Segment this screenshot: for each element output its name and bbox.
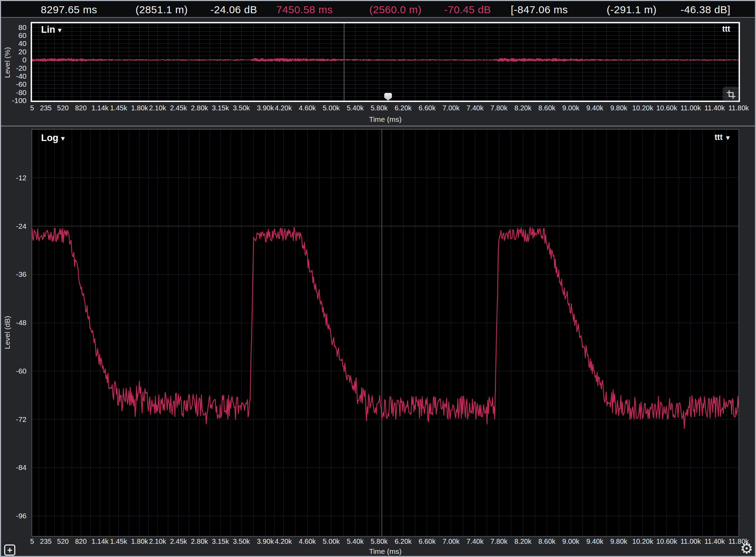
main-waveform-chart [32,130,739,536]
settings-button[interactable]: ⚙ [739,540,755,556]
main-x-tick-label: 11.40k [704,538,725,546]
overview-trace-legend[interactable]: ttt [722,24,730,34]
overview-x-tick-label: 10.20k [632,104,653,112]
overview-x-tick-label: 9.00k [562,104,579,112]
overview-y-tick-label: 60 [0,31,26,40]
main-y-tick-label: -72 [0,415,26,424]
overview-x-tick-label: 5.80k [371,104,388,112]
main-x-tick-label: 4.60k [299,538,316,546]
crop-icon [726,90,736,99]
main-x-tick-label: 2.45k [170,538,187,546]
overview-x-tick-label: 7.40k [466,104,484,112]
main-y-tick-label: -12 [0,174,26,182]
overview-scale-label: Lin [41,24,55,35]
overview-x-tick-label: 5.00k [323,104,340,112]
main-x-axis: 52355208201.14k1.45k1.80k2.10k2.45k2.80k… [0,538,756,547]
main-x-tick-label: 8.60k [538,538,555,546]
main-scale-dropdown[interactable]: Log ▼ [41,133,66,143]
main-x-tick-label: 5.40k [347,538,364,546]
plus-icon: + [7,546,13,554]
overview-x-tick-label: 1.80k [131,104,148,112]
main-y-axis: -12-24-36-48-60-72-84-96 [0,130,28,536]
main-x-tick-label: 3.90k [257,538,274,546]
main-x-tick-label: 820 [75,538,86,546]
crop-zoom-button[interactable] [723,87,739,102]
overview-x-tick-label: 10.60k [656,104,677,112]
overview-y-tick-label: -20 [0,64,26,72]
chevron-down-icon: ▼ [725,133,731,142]
overview-waveform-chart [32,23,739,101]
overview-y-tick-label: -100 [0,96,26,105]
main-x-tick-label: 1.45k [110,538,127,546]
overview-x-tick-label: 7.00k [442,104,460,112]
chevron-down-icon: ▼ [57,26,63,34]
overview-x-tick-label: 235 [40,104,52,112]
main-y-tick-label: -48 [0,319,26,327]
overview-y-tick-label: 0 [0,56,26,64]
overview-y-tick-label: 80 [0,23,26,32]
main-x-tick-label: 10.20k [632,538,653,546]
main-y-tick-label: -24 [0,222,26,230]
overview-y-tick-label: -80 [0,88,26,97]
main-y-tick-label: -84 [0,463,26,472]
overview-y-tick-label: -60 [0,80,26,88]
add-view-button[interactable]: + [4,544,15,556]
main-x-tick-label: 2.10k [149,538,166,546]
overview-x-tick-label: 11.00k [680,104,701,112]
main-x-tick-label: 2.80k [191,538,208,546]
main-x-tick-label: 9.00k [562,538,579,546]
main-trace-dropdown[interactable]: ttt ▼ [715,133,731,142]
cursor-distance-readout: (2851.1 m) [136,4,188,16]
main-x-tick-label: 9.40k [586,538,603,546]
main-x-tick-label: 6.60k [418,538,435,546]
overview-y-tick-label: -40 [0,72,26,80]
main-x-tick-label: 235 [40,538,52,546]
pane-divider[interactable] [1,126,755,126]
marker-level-readout: -70.45 dB [444,4,491,16]
main-time-axis-title: Time (ms) [32,547,739,556]
overview-x-tick-label: 5 [30,104,34,112]
main-x-tick-label: 5 [30,538,34,546]
overview-x-tick-label: 9.80k [610,104,627,112]
overview-x-tick-label: 1.14k [92,104,109,112]
delta-distance-readout: (-291.1 m) [607,4,656,16]
main-x-tick-label: 3.50k [233,538,250,546]
main-x-tick-label: 9.80k [610,538,627,546]
chevron-down-icon: ▼ [60,134,66,142]
delta-level-readout: -46.38 dB] [680,4,730,16]
gear-icon: ⚙ [740,540,753,557]
main-x-tick-label: 5.00k [323,538,340,546]
main-x-tick-label: 1.80k [131,538,148,546]
overview-x-tick-label: 3.50k [233,104,250,112]
overview-plot[interactable] [31,22,740,102]
overview-y-tick-label: 40 [0,39,26,48]
overview-x-tick-label: 4.20k [275,104,292,112]
main-x-tick-label: 1.14k [92,538,109,546]
main-x-tick-label: 6.20k [395,538,412,546]
main-trace-name: ttt [715,133,723,142]
main-x-tick-label: 11.00k [680,538,701,546]
main-x-tick-label: 3.15k [212,538,229,546]
overview-x-tick-label: 4.60k [299,104,316,112]
main-x-tick-label: 7.40k [466,538,484,546]
main-x-tick-label: 8.20k [515,538,532,546]
overview-scale-dropdown[interactable]: Lin ▼ [41,24,63,35]
main-x-tick-label: 4.20k [275,538,292,546]
overview-x-tick-label: 2.80k [191,104,208,112]
overview-time-axis-title: Time (ms) [32,115,739,124]
overview-y-tick-label: 20 [0,48,26,56]
overview-x-tick-label: 520 [57,104,69,112]
main-x-tick-label: 7.00k [442,538,460,546]
cursor-time-readout: 8297.65 ms [41,4,97,16]
overview-x-tick-label: 6.60k [418,104,435,112]
main-plot[interactable] [32,129,739,536]
main-x-tick-label: 7.80k [491,538,508,546]
header-divider [1,17,755,18]
analyzer-window: 8297.65 ms (2851.1 m) -24.06 dB 7450.58 … [0,0,756,557]
overview-x-tick-label: 5.40k [347,104,364,112]
main-y-tick-label: -96 [0,512,26,520]
overview-x-tick-label: 3.15k [212,104,229,112]
marker-distance-readout: (2560.0 m) [369,4,422,16]
overview-x-tick-label: 1.45k [110,104,127,112]
overview-x-axis: 52355208201.14k1.45k1.80k2.10k2.45k2.80k… [0,104,756,113]
